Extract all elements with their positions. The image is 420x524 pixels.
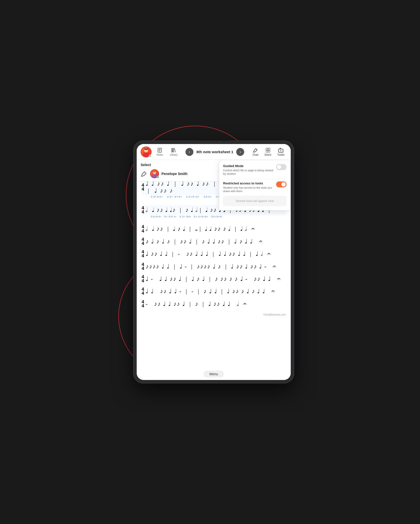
- music-row-3: 44 𝅗𝅥 ♩ ♪♪ | ♩ ♪ ♩ | 𝅝 | ♩ ♩ ♪♪ ♪ ♩ | ♩ …: [142, 225, 286, 233]
- time-signature-2: 44: [142, 206, 144, 214]
- teacher-avatar-container[interactable]: [141, 146, 152, 157]
- music-row-7: 44 ♩ - ♩ ♩ ♪♪ ♩ | ♩ ♪ ♩ | ♪ ♪♪ ♪ ♪ ♩ - ♪…: [142, 275, 286, 283]
- music-row-9: 44 - ♪♪ ♩ ♩ ♪♪ ♩ | ♪ | ♩ ♪♪ ♩ ♩ 𝅗𝅥 𝄐: [142, 300, 286, 308]
- svg-rect-14: [268, 150, 270, 152]
- draw-icon: [253, 147, 258, 153]
- header-tools: Draw Select: [250, 146, 287, 157]
- guided-mode-panel: Guided Mode Control which file or page i…: [219, 160, 291, 210]
- restricted-access-description: Student only has access to the tools you…: [223, 186, 274, 193]
- toolkit-button[interactable]: Toolkit: [275, 146, 287, 157]
- restricted-access-text: Restricted access to tools Student only …: [223, 181, 274, 193]
- library-icon: [171, 147, 176, 153]
- music-row-8: 44 ♩ ♩ ♪♪ ♩ ♩ - | - | ♪ ♩ ♩ | ♩ ♪♪ ♪ ♩ ♪…: [142, 287, 286, 295]
- music-row-5: 44 ♩ ♪♪ ♩ ♩ | - ♪♪ ♩ ♩ ♩ | ♩ ♩ ♪♪ ♩ ♩ | …: [142, 250, 286, 258]
- shared-tools-placeholder: Shared tools will appear hear: [223, 196, 287, 206]
- music-notes-row-9: - ♪♪ ♩ ♩ ♪♪ ♩ | ♪ | ♩ ♪♪ ♩ ♩ 𝅗𝅥 𝄐: [146, 300, 286, 307]
- music-row-4: 44 ♪ ♩ ♪ ♩ ♪ | ♪♪ ♩ | ♪ ♩ ♩ ♪♪ | ♩ ♪ ♩ ♩…: [142, 237, 286, 245]
- music-notes-row-7: ♩ - ♩ ♩ ♪♪ ♩ | ♩ ♪ ♩ | ♪ ♪♪ ♪ ♪ ♩ - ♪♪ ♩…: [146, 275, 286, 282]
- restricted-access-toggle[interactable]: [276, 181, 287, 187]
- guided-mode-slider: [276, 164, 287, 170]
- library-label: Library: [170, 153, 178, 156]
- worksheet-title: 8th note worksheet 1: [196, 150, 233, 154]
- student-online-dot: [157, 176, 159, 178]
- svg-point-19: [152, 174, 157, 178]
- notes-nav[interactable]: Notes: [155, 146, 165, 157]
- online-status-dot: [149, 155, 151, 157]
- svg-point-1: [143, 152, 149, 157]
- music-notes-row-8: ♩ ♩ ♪♪ ♩ ♩ - | - | ♪ ♩ ♩ | ♩ ♪♪ ♪ ♩ ♪ ♩ …: [146, 288, 286, 295]
- select-button[interactable]: Select: [262, 146, 274, 157]
- restricted-access-slider: [276, 181, 287, 187]
- main-content: Select: [137, 160, 291, 380]
- select-label: Select: [264, 153, 271, 156]
- next-page-button[interactable]: ›: [236, 148, 244, 156]
- device-wrapper: Notes Library ‹ 8th note worksheet 1 ›: [113, 133, 307, 391]
- panel-divider: [223, 179, 287, 179]
- toolkit-icon: [278, 147, 284, 153]
- svg-rect-10: [173, 148, 174, 152]
- music-row-6: 44 ♪♪♪♪ ♩ ♩ | ♩ - | ♪♪♪♪ ♩ ♪ | ♩ ♪♪ ♩ ♪♪…: [142, 262, 286, 270]
- screen: Notes Library ‹ 8th note worksheet 1 ›: [137, 144, 291, 380]
- guided-mode-row: Guided Mode Control which file or page i…: [223, 164, 287, 176]
- guided-mode-label: Guided Mode: [223, 164, 274, 168]
- tablet: Notes Library ‹ 8th note worksheet 1 ›: [133, 141, 294, 383]
- draw-label: Draw: [253, 153, 259, 156]
- draw-button[interactable]: Draw: [250, 146, 261, 157]
- header-title-area: ‹ 8th note worksheet 1 ›: [183, 148, 247, 156]
- menu-button[interactable]: Menu: [203, 371, 224, 378]
- music-notes-row-4: ♪ ♩ ♪ ♩ ♪ | ♪♪ ♩ | ♪ ♩ ♩ ♪♪ | ♩ ♪ ♩ ♩ 𝄐: [146, 238, 286, 245]
- student-draw-icon: [141, 170, 148, 177]
- app-header: Notes Library ‹ 8th note worksheet 1 ›: [137, 144, 291, 160]
- svg-rect-9: [172, 148, 173, 152]
- select-icon: [265, 147, 271, 153]
- music-notes-row-5: ♩ ♪♪ ♩ ♩ | - ♪♪ ♩ ♩ ♩ | ♩ ♩ ♪♪ ♩ ♩ | ♩ 𝅗…: [146, 250, 286, 257]
- menu-label: Menu: [209, 372, 218, 376]
- time-sig-4: 44: [142, 237, 144, 245]
- guided-mode-toggle[interactable]: [276, 164, 287, 170]
- notes-label: Notes: [157, 153, 163, 156]
- time-signature-1: 44: [142, 183, 144, 191]
- time-sig-7: 44: [142, 275, 144, 283]
- prev-page-button[interactable]: ‹: [185, 148, 193, 156]
- toolkit-label: Toolkit: [277, 153, 284, 156]
- restricted-access-row: Restricted access to tools Student only …: [223, 181, 287, 193]
- time-sig-9: 44: [142, 300, 144, 308]
- shared-tools-text: Shared tools will appear hear: [236, 199, 274, 203]
- music-notes-row-3: 𝅗𝅥 ♩ ♪♪ | ♩ ♪ ♩ | 𝅝 | ♩ ♩ ♪♪ ♪ ♩ | ♩ 𝅗𝅥 …: [146, 226, 286, 232]
- svg-rect-13: [266, 150, 267, 152]
- time-sig-3: 44: [142, 225, 144, 233]
- guided-mode-text: Guided Mode Control which file or page i…: [223, 164, 274, 176]
- guided-mode-description: Control which file or page is being view…: [223, 169, 274, 176]
- copyright-text: ©shedthemusic.com: [142, 312, 286, 318]
- tablet-top-bar: [199, 141, 229, 143]
- svg-point-4: [144, 149, 145, 150]
- camera-dot: [220, 141, 221, 143]
- time-sig-6: 44: [142, 262, 144, 270]
- time-sig-5: 44: [142, 250, 144, 258]
- notes-icon: [157, 147, 162, 153]
- time-sig-8: 44: [142, 287, 144, 295]
- library-nav[interactable]: Library: [168, 146, 180, 157]
- restricted-access-label: Restricted access to tools: [223, 181, 274, 185]
- svg-rect-11: [266, 148, 267, 150]
- student-avatar-container: [150, 169, 159, 178]
- blue-annotations-row-2: ①2+3+4+ ①+ ②③ 4+ ① 2+ ③4+ ①+ 2+③+④+ ①2+③…: [142, 215, 286, 218]
- svg-rect-12: [268, 148, 270, 150]
- music-notes-row-6: ♪♪♪♪ ♩ ♩ | ♩ - | ♪♪♪♪ ♩ ♪ | ♩ ♪♪ ♩ ♪♪ ♩ …: [146, 263, 286, 270]
